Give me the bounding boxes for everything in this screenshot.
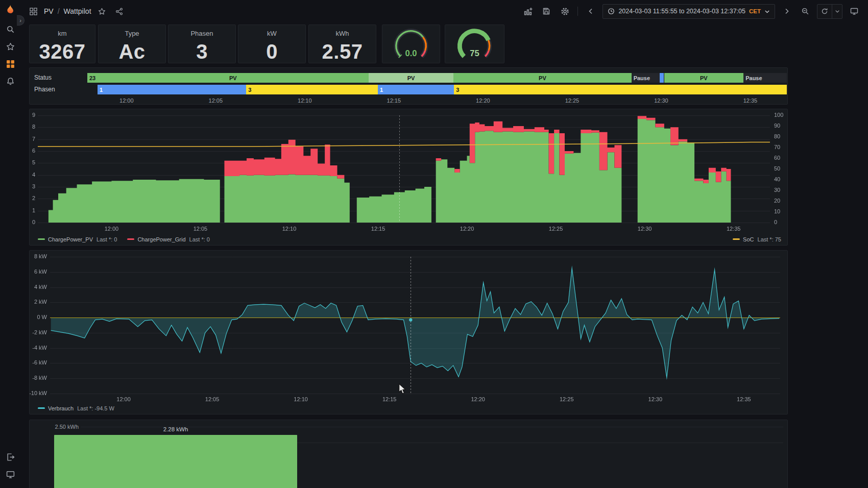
timeline-axis: 12:0012:0512:1012:1512:2012:2512:3012:35 (87, 97, 787, 105)
timeline-segment[interactable]: Pause (632, 73, 660, 83)
timeline-axis-tick: 12:20 (476, 97, 490, 104)
legend-item-chargepower-grid[interactable]: ChargePower_Grid Last *: 0 (127, 236, 210, 242)
stat-title: kW (238, 30, 305, 37)
stat-panel-phasen[interactable]: Phasen 3 (168, 25, 236, 63)
timeline-segment[interactable]: PV (664, 73, 744, 83)
stat-value: 0 (238, 37, 305, 63)
timeline-row-label: Status (34, 74, 52, 81)
legend-item-chargepower-pv[interactable]: ChargePower_PV Last *: 0 (38, 236, 117, 242)
y-axis-tick-label: 2.50 kWh (30, 424, 79, 430)
star-icon[interactable] (0, 38, 20, 55)
timeline-axis-tick: 12:35 (743, 97, 758, 104)
share-icon[interactable] (113, 5, 126, 18)
display-icon[interactable] (0, 466, 20, 483)
timeline-axis-tick: 12:25 (565, 97, 580, 104)
gear-icon[interactable] (558, 5, 571, 18)
timeline-axis-tick: 12:10 (298, 97, 312, 104)
legend-swatch (733, 238, 740, 240)
legend-last-value: Last *: 75 (758, 236, 781, 242)
stat-panel-km[interactable]: km 3267 (29, 25, 95, 63)
verbrauch-legend: Verbrauch Last *: -94.5 W (38, 404, 781, 412)
state-timeline-panel[interactable]: Status Phasen 23PVPVPVPausePVPause 1313 … (29, 67, 788, 105)
stat-title: Type (99, 30, 165, 37)
stat-panel-kw[interactable]: kW 0 (238, 25, 306, 63)
timeline-segment[interactable] (87, 85, 98, 94)
stat-value: Ac (99, 37, 165, 63)
legend-swatch (38, 407, 45, 409)
legend-swatch (127, 238, 134, 240)
breadcrumb-page[interactable]: Wattpilot (64, 7, 91, 15)
legend-item-soc[interactable]: SoC Last *: 75 (733, 236, 781, 242)
legend-last-value: Last *: -94.5 W (77, 405, 114, 411)
time-shift-forward-icon[interactable] (780, 5, 793, 18)
stat-title: kWh (309, 30, 376, 37)
timeline-segment[interactable]: Pause (743, 73, 787, 83)
timeline-segment[interactable]: 1 (378, 85, 454, 94)
stat-panel-kwh[interactable]: kWh 2.57 (308, 25, 376, 63)
verbrauch-chart-canvas[interactable] (30, 251, 787, 403)
stat-title: km (30, 30, 95, 37)
navbar-actions: 2024-03-03 11:55:55 to 2024-03-03 12:37:… (521, 4, 861, 19)
timeline-segment[interactable]: PV (453, 73, 631, 83)
breadcrumb-app[interactable]: PV (44, 7, 54, 15)
chargepower-legend: ChargePower_PV Last *: 0 ChargePower_Gri… (38, 235, 781, 243)
timeline-segment[interactable]: 3 (454, 85, 787, 94)
alert-bell-icon[interactable] (0, 72, 20, 90)
legend-last-value: Last *: 0 (97, 236, 117, 242)
timeline-segment[interactable] (660, 73, 664, 83)
time-range-label: 2024-03-03 11:55:55 to 2024-03-03 12:37:… (618, 8, 745, 15)
stat-value: 3267 (30, 37, 95, 63)
time-range-picker[interactable]: 2024-03-03 11:55:55 to 2024-03-03 12:37:… (602, 4, 775, 19)
stat-panel-type[interactable]: Type Ac (98, 25, 166, 63)
tv-mode-icon[interactable] (848, 5, 861, 18)
sidebar-bottom (0, 448, 20, 483)
svg-text:0.0: 0.0 (405, 48, 417, 58)
svg-text:75: 75 (470, 48, 479, 58)
timeline-row-status: 23PVPVPVPausePVPause (87, 73, 787, 83)
gauge: 0.0 (382, 25, 440, 63)
timeline-axis-tick: 12:00 (119, 97, 134, 104)
chevron-down-icon (764, 9, 770, 14)
breadcrumb-separator: / (58, 7, 60, 15)
timezone-badge: CET (749, 8, 761, 14)
clock-icon (608, 8, 615, 15)
gauge-panel-power[interactable]: 0.0 (382, 25, 440, 63)
timeline-segment[interactable]: 23 (87, 73, 98, 83)
grafana-dashboard: › PV / Wattpilot (0, 0, 868, 488)
dashboards-icon[interactable] (0, 55, 20, 72)
legend-item-verbrauch[interactable]: Verbrauch Last *: -94.5 W (38, 405, 114, 411)
save-icon[interactable] (540, 5, 553, 18)
divider (577, 7, 578, 16)
energy-bar[interactable] (54, 435, 297, 488)
verbrauch-chart-panel: Verbrauch Last *: -94.5 W (29, 250, 788, 414)
time-shift-back-icon[interactable] (584, 5, 597, 18)
timeline-segment[interactable]: PV (369, 73, 453, 83)
refresh-interval-dropdown-icon[interactable] (832, 5, 842, 18)
timeline-row-label: Phasen (34, 86, 55, 93)
sidebar-expand-button[interactable]: › (17, 15, 25, 26)
timeline-axis-tick: 12:05 (209, 97, 223, 104)
chargepower-chart-canvas[interactable] (30, 109, 787, 234)
add-panel-icon[interactable] (521, 5, 535, 18)
refresh-icon[interactable] (817, 5, 832, 18)
gauge: 75 (445, 25, 504, 63)
legend-swatch (38, 238, 45, 240)
timeline-segment[interactable]: 1 (98, 85, 246, 94)
dashboard-grid-icon[interactable] (27, 5, 40, 18)
favorite-star-icon[interactable] (95, 5, 109, 18)
timeline-segment[interactable]: 3 (246, 85, 378, 94)
timeline-axis-tick: 12:30 (654, 97, 668, 104)
timeline-axis-tick: 12:15 (387, 97, 401, 104)
timeline-segment[interactable]: PV (98, 73, 369, 83)
sign-in-icon[interactable] (0, 448, 20, 466)
legend-last-value: Last *: 0 (189, 236, 210, 242)
zoom-out-icon[interactable] (799, 5, 812, 18)
legend-label: ChargePower_Grid (137, 236, 185, 242)
energy-bar-chart-panel[interactable]: 2.50 kWh 2 kWh 2.28 kWh (29, 420, 788, 488)
grafana-flame-icon (4, 4, 16, 16)
gauge-panel-soc[interactable]: 75 (445, 25, 504, 63)
stat-value: 2.57 (309, 37, 376, 63)
stat-value: 3 (168, 37, 235, 63)
breadcrumb: PV / Wattpilot (27, 5, 126, 18)
sidebar (0, 0, 20, 488)
